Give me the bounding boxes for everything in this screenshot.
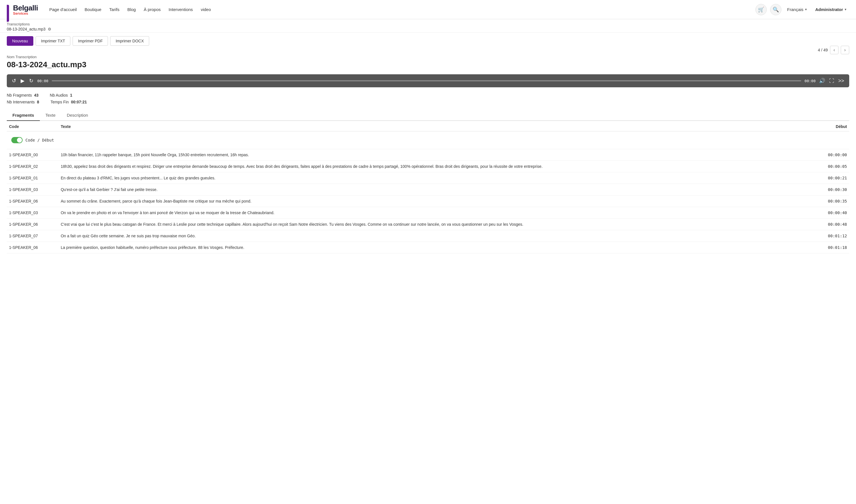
stat-audios: Nb Audios 1 [50,93,72,97]
col-header-texte: Texte [58,121,813,131]
row-debut: 00:00:00 [813,149,849,161]
table-row: 1-SPEAKER_07 On a fait un quiz Géo cette… [7,230,849,242]
table-row: 1-SPEAKER_02 18h30, appelez bras droit d… [7,161,849,172]
nav-link-apropos[interactable]: À propos [144,7,161,12]
stat-audios-label: Nb Audios [50,93,68,97]
code-debut-toggle[interactable] [11,137,23,143]
row-texte: Au sommet du crâne. Exactement, parce qu… [58,196,813,207]
row-texte: 10h bilan financier, 11h rappeler banque… [58,149,813,161]
audio-time-current: 00:00 [37,79,48,83]
admin-menu[interactable]: Administrator ▼ [813,7,849,12]
imprimer-pdf-button[interactable]: Imprimer PDF [73,36,108,46]
breadcrumb-section: Transcriptions 08-13-2024_actu.mp3 ⚙ 4 /… [0,19,856,33]
nav-links: Page d'accueil Boutique Tarifs Blog À pr… [49,7,755,12]
imprimer-txt-button[interactable]: Imprimer TXT [36,36,70,46]
table-row: 1-SPEAKER_06 La première question, quest… [7,242,849,253]
cart-button[interactable]: 🛒 [755,4,767,15]
audio-forward-btn[interactable]: ↻ [29,77,34,85]
nav-actions: 🛒 🔍 Français ▼ Administrator ▼ [755,4,849,15]
row-code: 1-SPEAKER_06 [7,196,58,207]
search-icon: 🔍 [773,6,779,13]
transcription-title: 08-13-2024_actu.mp3 [7,60,849,69]
row-code: 1-SPEAKER_02 [7,161,58,172]
row-texte: On a fait un quiz Géo cette semaine. Je … [58,230,813,242]
row-debut: 00:00:30 [813,184,849,196]
stat-fragments-value: 43 [34,93,39,97]
nav-link-video[interactable]: video [201,7,211,12]
lang-dropdown-arrow: ▼ [805,8,807,11]
breadcrumb-filename: 08-13-2024_actu.mp3 [7,27,46,31]
row-debut: 00:00:21 [813,172,849,184]
row-texte: Qu'est-ce qu'il a fait Gerbier ? J'ai fa… [58,184,813,196]
audio-progress-bar[interactable] [52,80,801,82]
audio-player: ↺ ▶ ↻ 00:00 00:00 🔊 ⛶ >> [7,74,849,87]
row-texte: C'est vrai que lui c'est le plus beau ca… [58,219,813,230]
table-row: 1-SPEAKER_01 En direct du plateau 3 d'RM… [7,172,849,184]
row-debut: 00:00:48 [813,219,849,230]
row-debut: 00:00:40 [813,207,849,219]
audio-fullscreen-btn[interactable]: ⛶ [828,77,835,85]
stat-intervenants-label: Nb Intervenants [7,100,35,104]
toggle-label-text: Code / Début [25,138,54,142]
row-code: 1-SPEAKER_00 [7,149,58,161]
nav-link-boutique[interactable]: Boutique [85,7,102,12]
admin-label: Administrator [815,7,843,12]
tab-description[interactable]: Description [61,110,94,121]
toolbar: Nouveau Imprimer TXT Imprimer PDF Imprim… [0,33,856,49]
nav-link-tarifs[interactable]: Tarifs [109,7,120,12]
tab-fragments[interactable]: Fragments [7,110,40,121]
settings-icon[interactable]: ⚙ [48,27,51,31]
logo-services: Services [13,11,38,16]
row-debut: 00:01:18 [813,242,849,253]
audio-controls-right: 00:00 🔊 ⛶ >> [805,77,845,85]
row-debut: 00:01:12 [813,230,849,242]
breadcrumb-file: 08-13-2024_actu.mp3 ⚙ [7,27,849,31]
col-header-debut: Début [813,121,849,131]
audio-speed-btn[interactable]: >> [838,77,845,85]
language-selector[interactable]: Français ▼ [785,7,809,12]
main-content: Nom Transcription 08-13-2024_actu.mp3 ↺ … [0,49,856,259]
nav-link-blog[interactable]: Blog [127,7,136,12]
stat-fragments-label: Nb Fragments [7,93,32,97]
audio-time-end: 00:00 [805,79,816,83]
nav-link-interventions[interactable]: Interventions [169,7,193,12]
table-body: Code / Début 1-SPEAKER_00 10h bilan fina… [7,131,849,253]
stat-tempsfin-value: 00:07:21 [71,100,87,104]
table-row: 1-SPEAKER_03 On va le prendre en photo e… [7,207,849,219]
row-code: 1-SPEAKER_06 [7,242,58,253]
breadcrumb-section-label: Transcriptions [7,22,849,26]
row-code: 1-SPEAKER_03 [7,184,58,196]
stat-intervenants: Nb Intervenants 8 [7,100,39,104]
nouveau-button[interactable]: Nouveau [7,36,33,46]
table-header: Code Texte Début [7,121,849,131]
tab-texte[interactable]: Texte [40,110,61,121]
row-texte: On va le prendre en photo et on va l'env… [58,207,813,219]
stats-row-2: Nb Intervenants 8 Temps Fin 00:07:21 [7,100,849,104]
table-row: 1-SPEAKER_03 Qu'est-ce qu'il a fait Gerb… [7,184,849,196]
audio-rewind-btn[interactable]: ↺ [11,77,17,85]
search-button[interactable]: 🔍 [770,4,781,15]
audio-play-btn[interactable]: ▶ [20,77,25,85]
audio-volume-btn[interactable]: 🔊 [818,77,826,85]
stat-audios-value: 1 [70,93,72,97]
table-row: 1-SPEAKER_00 10h bilan financier, 11h ra… [7,149,849,161]
row-texte: La première question, question habituell… [58,242,813,253]
logo[interactable]: Belgalli Services [7,4,38,16]
table-container: Code Texte Début Code / Début [7,121,849,253]
col-header-code: Code [7,121,58,131]
imprimer-docx-button[interactable]: Imprimer DOCX [110,36,149,46]
cart-icon: 🛒 [758,6,764,13]
row-texte: 18h30, appelez bras droit des dirigeants… [58,161,813,172]
table-row: 1-SPEAKER_06 Au sommet du crâne. Exactem… [7,196,849,207]
stat-tempsfin-label: Temps Fin [51,100,69,104]
row-code: 1-SPEAKER_06 [7,219,58,230]
row-debut: 00:00:35 [813,196,849,207]
row-debut: 00:00:05 [813,161,849,172]
tabs: Fragments Texte Description [7,110,849,121]
nav-link-home[interactable]: Page d'accueil [49,7,76,12]
row-code: 1-SPEAKER_03 [7,207,58,219]
fragments-table: Code Texte Début Code / Début [7,121,849,253]
row-texte: En direct du plateau 3 d'RMC, les juges … [58,172,813,184]
stat-tempsfin: Temps Fin 00:07:21 [51,100,87,104]
toggle-knob [17,138,22,143]
